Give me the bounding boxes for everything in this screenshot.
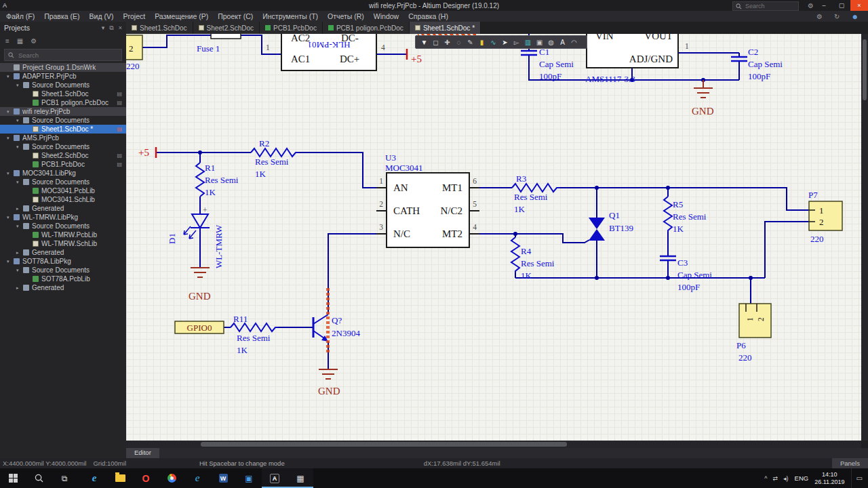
menu-item[interactable]: Отчеты (R) [323, 12, 369, 20]
volume-icon[interactable]: ◂) [783, 475, 789, 482]
module-hlk-pm01[interactable]: AC2 DC- AC1 DC+ HLK-PM01 4 [281, 34, 385, 70]
expand-arrow-icon[interactable]: ▾ [7, 109, 14, 115]
tree-item[interactable]: PCB1 poligon.PcbDoc ▤ [0, 98, 126, 107]
tree-item[interactable]: SOT78A.PcbLib [0, 274, 126, 283]
transistor-q-2n3904[interactable]: Q? 2N3904 [313, 314, 360, 342]
gnd-port-led[interactable]: GND [189, 268, 211, 302]
move-icon[interactable]: ✚ [443, 39, 452, 46]
pencil-icon[interactable]: ✎ [466, 39, 475, 46]
wave-icon[interactable]: ∿ [489, 39, 498, 46]
word-icon[interactable]: W [210, 468, 236, 488]
tree-item[interactable]: ▾ Source Documents [0, 266, 126, 274]
expand-arrow-icon[interactable]: ▸ [16, 285, 23, 291]
menu-item[interactable]: Файл (F) [1, 12, 39, 20]
selection-rect-icon[interactable]: ◻ [431, 39, 440, 46]
expand-arrow-icon[interactable]: ▾ [7, 215, 14, 220]
close-button[interactable]: × [850, 0, 868, 11]
resistor-r5[interactable]: R5 Res Semi 1K [664, 197, 707, 234]
panels-button[interactable]: Panels [832, 458, 868, 468]
schematic-sheet[interactable]: 2 220 Fuse 1 1 AC2 DC- AC1 DC+ HLK-PM01 … [126, 34, 861, 441]
power-port-plus5-left[interactable]: +5 [138, 147, 156, 158]
expand-arrow-icon[interactable]: ▾ [7, 74, 14, 79]
resistor-r11[interactable]: R11 Res Semi 1K [231, 314, 278, 355]
menu-item[interactable]: Вид (V) [85, 12, 119, 20]
menu-item[interactable]: Справка (H) [403, 12, 453, 20]
chrome-icon[interactable] [159, 468, 184, 488]
tree-item[interactable]: Sheet1.SchDoc ▤ [0, 89, 126, 98]
app-blue-icon[interactable]: ▣ [236, 468, 262, 488]
document-tab[interactable]: Sheet1.SchDoc * [410, 22, 481, 34]
tree-item[interactable]: ▾ Source Documents [0, 178, 126, 186]
tree-item[interactable]: ▾ wifi reley.PrjPcb [0, 107, 126, 116]
avatar-icon[interactable]: ☻ [848, 13, 861, 20]
resistor-r3[interactable]: R3 Res Semi 1K [512, 174, 559, 214]
opera-icon[interactable]: O [133, 468, 159, 488]
float-panel-icon[interactable]: ⧉ [109, 24, 113, 32]
document-tab[interactable]: PCB1.PcbDoc [260, 22, 323, 34]
tree-item[interactable]: ▾ WL-TMRW.LibPkg [0, 213, 126, 222]
menu-item[interactable]: Project [118, 12, 150, 20]
tree-item[interactable]: ▾ ADAPTER.PrjPcb [0, 72, 126, 81]
regulator-ams1117[interactable]: VIN VOUT ADJ/GND AMS1117-3.3 1 [585, 34, 689, 84]
document-tab[interactable]: Sheet1.SchDoc [126, 22, 193, 34]
tree-item[interactable]: ▸ Generated [0, 204, 126, 213]
document-tab[interactable]: PCB1 poligon.PcbDoc [323, 22, 410, 34]
hidden-icons-chevron[interactable]: ^ [764, 475, 767, 482]
tree-item[interactable]: WL-TMRW.SchLib [0, 239, 126, 248]
tree-item[interactable]: MOC3041.SchLib [0, 195, 126, 204]
menu-item[interactable]: Window [369, 12, 403, 20]
horizontal-scrollbar[interactable] [126, 441, 861, 448]
fuse-f1[interactable]: Fuse 1 1 [197, 34, 270, 54]
resistor-r2[interactable]: R2 Res Semi 1K [251, 138, 298, 179]
altium-icon[interactable]: A [262, 468, 288, 488]
pointer-icon[interactable]: ▻ [512, 39, 521, 46]
file-explorer-icon[interactable] [107, 468, 133, 488]
power-port-plus5-top[interactable]: +5 [407, 49, 422, 64]
language-indicator[interactable]: ENG [795, 474, 809, 482]
tree-item[interactable]: ▾ MOC3041.LibPkg [0, 169, 126, 178]
triac-q1[interactable]: Q1 BT139 [589, 210, 633, 241]
tree-item[interactable]: Project Group 1.DsnWrk [0, 63, 126, 72]
tree-item[interactable]: ▾ Source Documents [0, 142, 126, 151]
connector-p7[interactable]: P7 1 2 220 [808, 190, 842, 244]
close-icon[interactable]: × [119, 24, 122, 32]
list-icon[interactable]: ≡ [5, 37, 9, 45]
globe-icon[interactable]: ◍ [547, 39, 555, 46]
expand-arrow-icon[interactable]: ▾ [7, 259, 14, 264]
expand-arrow-icon[interactable]: ▾ [16, 118, 23, 123]
filter-icon[interactable]: ▼ [420, 39, 429, 46]
resistor-r1[interactable]: R1 Res Semi 1K [196, 163, 239, 197]
vertical-scroll-thumb[interactable] [863, 39, 867, 100]
tree-item[interactable]: ▾ Source Documents [0, 116, 126, 125]
expand-arrow-icon[interactable]: ▾ [16, 180, 23, 185]
tree-item[interactable]: ▾ SOT78A.LibPkg [0, 257, 126, 266]
image-icon[interactable]: ▣ [535, 39, 544, 46]
menu-item[interactable]: Размещение (P) [150, 12, 213, 20]
tree-item[interactable]: Sheet1.SchDoc * ▤ [0, 125, 126, 134]
maximize-button[interactable]: ▢ [833, 0, 850, 11]
search-button[interactable] [26, 468, 52, 488]
led-d1[interactable]: + D1 WL-TMRW [167, 206, 224, 268]
expand-arrow-icon[interactable]: ▾ [16, 144, 23, 150]
tree-item[interactable]: Sheet2.SchDoc ▤ [0, 151, 126, 160]
expand-arrow-icon[interactable]: ▾ [16, 83, 23, 88]
cursor-icon[interactable]: ➤ [500, 39, 509, 46]
editor-tab[interactable]: Editor [126, 448, 159, 458]
action-center-icon[interactable]: ▭ [851, 468, 863, 488]
expand-arrow-icon[interactable]: ▾ [16, 224, 23, 229]
network-icon[interactable]: ⇄ [773, 475, 778, 482]
tree-item[interactable]: MOC3041.PcbLib [0, 186, 126, 195]
menu-item[interactable]: Проект (C) [213, 12, 258, 20]
tree-item[interactable]: ▸ Generated [0, 248, 126, 257]
text-icon[interactable]: A [558, 39, 567, 46]
projects-search-input[interactable] [17, 51, 108, 60]
connector-p6[interactable]: 1 2 P6 220 [736, 304, 771, 363]
arc-icon[interactable]: ◠ [570, 39, 578, 46]
titlebar-search[interactable] [732, 1, 799, 11]
clock[interactable]: 14:10 26.11.2019 [814, 471, 844, 486]
gnd-port-q[interactable]: GND [318, 369, 340, 396]
horizontal-scroll-thumb[interactable] [201, 442, 567, 447]
document-tab[interactable]: Sheet2.SchDoc [193, 22, 260, 34]
tree-item[interactable]: ▾ Source Documents [0, 81, 126, 89]
tree-item[interactable]: WL-TMRW.PcbLib [0, 230, 126, 239]
